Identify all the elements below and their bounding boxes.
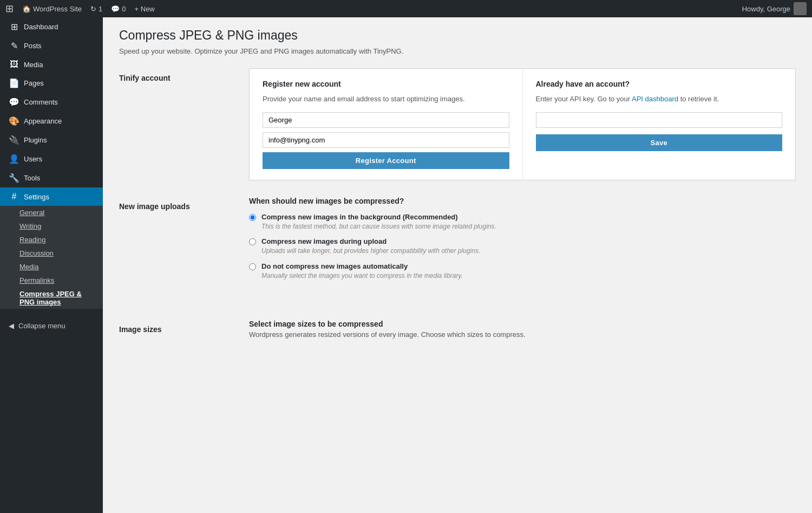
- sidebar-item-appearance[interactable]: 🎨Appearance: [0, 112, 103, 131]
- submenu-item-general[interactable]: General: [0, 206, 103, 219]
- submenu-item-writing[interactable]: Writing: [0, 219, 103, 233]
- comments-icon: 💬: [111, 5, 120, 13]
- appearance-icon: 🎨: [9, 116, 19, 126]
- tools-icon: 🔧: [9, 173, 19, 183]
- sidebar-item-comments[interactable]: 💬Comments: [0, 93, 103, 112]
- sidebar-item-label: Settings: [24, 193, 49, 201]
- adminbar-comments[interactable]: 💬 0: [111, 5, 126, 13]
- radio-desc-upload: Uploads will take longer, but provides h…: [261, 246, 480, 256]
- sidebar-item-users[interactable]: 👤Users: [0, 150, 103, 168]
- existing-heading: Already have an account?: [536, 80, 783, 88]
- existing-account-col: Already have an account? Enter your API …: [523, 69, 796, 180]
- radio-input-background[interactable]: [249, 214, 256, 221]
- radio-input-upload[interactable]: [249, 238, 256, 245]
- sidebar-item-label: Pages: [24, 79, 44, 87]
- media-icon: 🖼: [9, 60, 19, 69]
- register-description: Provide your name and email address to s…: [263, 94, 509, 105]
- tinify-section-label: Tinify account: [119, 68, 238, 180]
- register-heading: Register new account: [263, 80, 509, 88]
- submenu-item-discussion[interactable]: Discussion: [0, 246, 103, 260]
- adminbar-site[interactable]: 🏠 WordPress Site: [22, 5, 82, 13]
- site-icon: 🏠: [22, 5, 31, 13]
- sidebar-item-label: Appearance: [24, 117, 62, 125]
- submenu-item-reading[interactable]: Reading: [0, 233, 103, 246]
- radio-title-background: Compress new images in the background (R…: [261, 213, 496, 221]
- api-dashboard-link[interactable]: API dashboard: [632, 95, 678, 103]
- image-sizes-title: Select image sizes to be compressed: [249, 320, 796, 328]
- sidebar-item-label: Tools: [24, 174, 40, 182]
- uploads-question: When should new images be compressed?: [249, 197, 796, 205]
- sidebar-item-settings[interactable]: #Settings: [0, 187, 103, 206]
- collapse-icon: ◀: [9, 322, 14, 330]
- adminbar-new[interactable]: + New: [135, 5, 155, 13]
- register-email-input[interactable]: [263, 132, 509, 148]
- radio-desc-background: This is the fastest method, but can caus…: [261, 222, 496, 231]
- dashboard-icon: ⊞: [9, 22, 19, 32]
- sidebar-item-media[interactable]: 🖼Media: [0, 55, 103, 74]
- sidebar-item-plugins[interactable]: 🔌Plugins: [0, 131, 103, 150]
- register-account-button[interactable]: Register Account: [263, 152, 509, 169]
- radio-desc-manual: Manually select the images you want to c…: [261, 271, 463, 281]
- sidebar-item-label: Dashboard: [24, 23, 58, 31]
- radio-option-manual: Do not compress new images automatically…: [249, 262, 796, 281]
- submenu-item-compress[interactable]: Compress JPEG & PNG images: [0, 287, 103, 309]
- sidebar-item-dashboard[interactable]: ⊞Dashboard: [0, 17, 103, 36]
- uploads-section-label: New image uploads: [119, 197, 238, 303]
- image-sizes-desc: Wordpress generates resized versions of …: [249, 330, 796, 339]
- submenu-item-media[interactable]: Media: [0, 260, 103, 274]
- settings-icon: #: [9, 192, 19, 202]
- register-name-input[interactable]: [263, 112, 509, 128]
- page-title: Compress JPEG & PNG images: [119, 28, 796, 43]
- radio-title-upload: Compress new images during upload: [261, 237, 480, 245]
- existing-description: Enter your API key. Go to your API dashb…: [536, 94, 783, 105]
- comments-icon: 💬: [9, 97, 19, 107]
- api-key-input[interactable]: [536, 112, 783, 128]
- adminbar-howdy: Howdy, George: [742, 5, 790, 13]
- pages-icon: 📄: [9, 78, 19, 88]
- sidebar-item-label: Plugins: [24, 136, 47, 144]
- sidebar-item-label: Posts: [24, 42, 42, 50]
- radio-input-manual[interactable]: [249, 263, 256, 270]
- save-button[interactable]: Save: [536, 134, 783, 151]
- adminbar-updates[interactable]: ↻ 1: [90, 5, 102, 13]
- posts-icon: ✎: [9, 41, 19, 51]
- radio-option-upload: Compress new images during upload Upload…: [249, 237, 796, 256]
- register-account-col: Register new account Provide your name a…: [250, 69, 523, 180]
- radio-option-background: Compress new images in the background (R…: [249, 213, 796, 231]
- sidebar-item-tools[interactable]: 🔧Tools: [0, 168, 103, 187]
- users-icon: 👤: [9, 154, 19, 164]
- sidebar-item-posts[interactable]: ✎Posts: [0, 36, 103, 55]
- updates-icon: ↻: [90, 5, 96, 13]
- sidebar-item-label: Media: [24, 61, 43, 69]
- sidebar-item-label: Users: [24, 155, 42, 163]
- submenu-item-permalinks[interactable]: Permalinks: [0, 274, 103, 287]
- collapse-menu-button[interactable]: ◀ Collapse menu: [0, 317, 103, 334]
- avatar: [794, 2, 807, 15]
- sidebar-item-pages[interactable]: 📄Pages: [0, 74, 103, 93]
- wp-logo: ⊞: [5, 3, 14, 15]
- plugins-icon: 🔌: [9, 135, 19, 145]
- sidebar-item-label: Comments: [24, 98, 58, 106]
- radio-title-manual: Do not compress new images automatically: [261, 262, 463, 270]
- image-sizes-section-label: Image sizes: [119, 320, 238, 339]
- page-subtitle: Speed up your website. Optimize your JPE…: [119, 47, 796, 55]
